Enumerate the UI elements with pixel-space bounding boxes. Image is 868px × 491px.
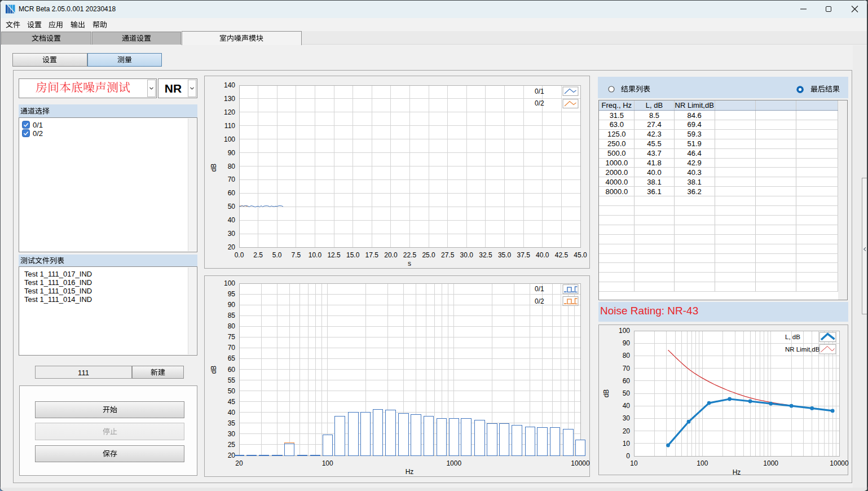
svg-text:30: 30 [623, 414, 631, 422]
svg-text:10: 10 [630, 459, 638, 467]
svg-text:130: 130 [224, 95, 235, 103]
svg-text:100: 100 [224, 135, 235, 143]
svg-text:42.5: 42.5 [555, 251, 569, 259]
svg-text:30: 30 [228, 230, 236, 238]
svg-text:95: 95 [228, 290, 236, 298]
svg-text:20: 20 [235, 459, 243, 467]
svg-text:40: 40 [228, 409, 236, 417]
svg-text:38.1: 38.1 [647, 178, 661, 186]
svg-text:Freq., Hz: Freq., Hz [602, 101, 632, 109]
svg-text:0/2: 0/2 [535, 297, 544, 305]
svg-text:100: 100 [697, 459, 708, 467]
svg-text:80: 80 [623, 352, 631, 360]
svg-text:40.0: 40.0 [647, 168, 661, 177]
svg-text:100: 100 [619, 327, 630, 335]
svg-text:dB: dB [210, 366, 218, 374]
svg-text:38.1: 38.1 [688, 178, 702, 186]
svg-text:100: 100 [224, 279, 235, 287]
svg-text:20: 20 [228, 243, 236, 251]
svg-text:4000.0: 4000.0 [605, 178, 628, 186]
svg-text:L, dB: L, dB [646, 101, 663, 109]
svg-text:31.5: 31.5 [610, 111, 624, 120]
svg-text:36.2: 36.2 [688, 187, 702, 196]
svg-text:84.6: 84.6 [688, 111, 702, 120]
svg-text:90: 90 [623, 339, 631, 347]
svg-text:1000.0: 1000.0 [605, 159, 628, 167]
svg-text:51.9: 51.9 [688, 139, 702, 148]
svg-text:63.0: 63.0 [610, 120, 624, 129]
svg-text:46.4: 46.4 [688, 149, 702, 157]
svg-text:0: 0 [626, 452, 630, 460]
svg-text:1000: 1000 [763, 459, 778, 467]
svg-text:25.0: 25.0 [422, 251, 435, 259]
svg-text:36.1: 36.1 [647, 187, 661, 196]
svg-text:55: 55 [228, 376, 236, 384]
svg-text:7.5: 7.5 [291, 251, 301, 259]
svg-text:120: 120 [224, 108, 235, 116]
svg-text:1000: 1000 [446, 459, 461, 467]
svg-text:20: 20 [623, 427, 631, 435]
svg-text:dB: dB [602, 389, 610, 398]
svg-text:8000.0: 8000.0 [605, 187, 628, 196]
svg-text:0/1: 0/1 [535, 87, 544, 95]
svg-text:70: 70 [228, 176, 236, 183]
svg-text:40: 40 [623, 402, 631, 410]
svg-text:40.0: 40.0 [536, 251, 549, 259]
svg-text:0/2: 0/2 [535, 99, 544, 107]
svg-text:12.5: 12.5 [327, 251, 341, 259]
svg-text:NR Limit,dB: NR Limit,dB [675, 101, 714, 109]
svg-text:25: 25 [228, 441, 236, 449]
svg-text:42.3: 42.3 [647, 130, 661, 138]
svg-text:dB: dB [210, 164, 218, 172]
svg-text:45.5: 45.5 [647, 139, 661, 148]
svg-text:45: 45 [228, 398, 236, 406]
svg-text:32.5: 32.5 [479, 251, 492, 259]
svg-text:70: 70 [623, 365, 631, 372]
svg-text:70: 70 [228, 344, 236, 352]
svg-text:5.0: 5.0 [272, 251, 282, 259]
svg-text:43.7: 43.7 [647, 149, 661, 157]
svg-text:10000: 10000 [571, 459, 590, 467]
svg-text:65: 65 [228, 354, 236, 362]
svg-text:69.4: 69.4 [688, 120, 702, 129]
svg-text:50: 50 [228, 387, 236, 395]
svg-text:85: 85 [228, 312, 236, 319]
svg-text:90: 90 [228, 149, 236, 157]
svg-text:2000.0: 2000.0 [605, 168, 628, 177]
svg-text:500.0: 500.0 [607, 149, 626, 157]
svg-text:20.0: 20.0 [384, 251, 398, 259]
svg-text:27.5: 27.5 [441, 251, 455, 259]
svg-text:75: 75 [228, 333, 236, 341]
svg-text:15.0: 15.0 [346, 251, 360, 259]
svg-text:s: s [408, 260, 411, 268]
svg-text:27.4: 27.4 [647, 120, 661, 129]
svg-text:22.5: 22.5 [403, 251, 417, 259]
svg-text:45.0: 45.0 [574, 251, 587, 259]
svg-text:90: 90 [228, 301, 236, 309]
svg-text:50: 50 [623, 389, 631, 397]
svg-text:10: 10 [623, 440, 631, 448]
svg-text:110: 110 [224, 122, 235, 130]
svg-text:10000: 10000 [830, 459, 849, 467]
svg-text:8.5: 8.5 [649, 111, 659, 120]
svg-text:2.5: 2.5 [253, 251, 263, 259]
svg-text:100: 100 [322, 459, 333, 467]
svg-text:250.0: 250.0 [607, 139, 626, 148]
svg-text:0/1: 0/1 [535, 285, 544, 293]
svg-text:60: 60 [228, 366, 236, 374]
svg-text:40.3: 40.3 [688, 168, 702, 177]
svg-text:37.5: 37.5 [517, 251, 531, 259]
svg-text:Hz: Hz [406, 468, 414, 476]
svg-text:125.0: 125.0 [607, 130, 626, 138]
svg-text:80: 80 [228, 322, 236, 330]
svg-text:L, dB: L, dB [785, 334, 800, 340]
svg-text:35: 35 [228, 419, 236, 427]
svg-text:NR Limit,dB: NR Limit,dB [785, 346, 820, 353]
svg-text:Hz: Hz [733, 468, 741, 476]
svg-text:17.5: 17.5 [365, 251, 379, 259]
svg-text:41.8: 41.8 [647, 159, 661, 167]
svg-text:60: 60 [623, 377, 631, 385]
svg-text:10.0: 10.0 [309, 251, 322, 259]
svg-text:80: 80 [228, 163, 236, 170]
svg-text:42.9: 42.9 [688, 159, 702, 167]
